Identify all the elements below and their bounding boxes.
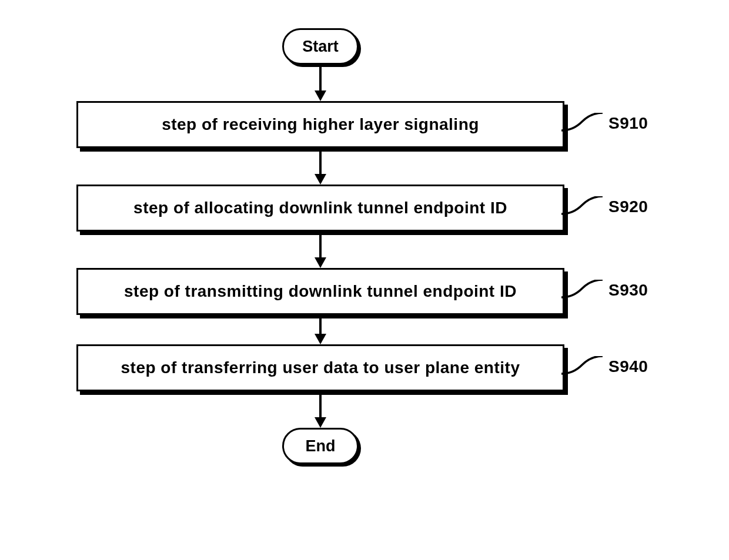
svg-marker-5	[315, 257, 326, 268]
process-s930: step of transmitting downlink tunnel end…	[76, 268, 564, 315]
svg-marker-7	[315, 334, 326, 344]
label-connector-s940: S940	[564, 344, 653, 391]
svg-marker-1	[315, 90, 326, 101]
process-text: step of transferring user data to user p…	[121, 358, 520, 377]
process-s910: step of receiving higher layer signaling	[76, 101, 564, 148]
arrow-s910-to-s920	[76, 148, 564, 185]
arrow-s940-to-end	[76, 391, 564, 428]
process-text: step of transmitting downlink tunnel end…	[124, 282, 517, 301]
arrow-start-to-s910	[76, 65, 564, 101]
svg-marker-9	[315, 417, 326, 428]
label-connector-s920: S920	[564, 185, 653, 232]
label-connector-s930: S930	[564, 268, 653, 315]
end-terminal: End	[282, 428, 359, 464]
step-label: S940	[608, 357, 648, 376]
process-s920: step of allocating downlink tunnel endpo…	[76, 185, 564, 232]
process-text: step of allocating downlink tunnel endpo…	[133, 199, 507, 217]
process-s940: step of transferring user data to user p…	[76, 344, 564, 391]
process-text: step of receiving higher layer signaling	[162, 115, 479, 134]
label-connector-s910: S910	[564, 101, 653, 148]
step-label: S930	[608, 281, 648, 300]
step-label: S910	[608, 114, 648, 133]
end-label: End	[306, 437, 336, 455]
start-terminal: Start	[282, 28, 359, 65]
step-label: S920	[608, 197, 648, 216]
arrow-s920-to-s930	[76, 232, 564, 268]
flowchart: Start step of receiving higher layer sig…	[76, 28, 653, 464]
arrow-s930-to-s940	[76, 315, 564, 344]
svg-marker-3	[315, 174, 326, 185]
start-label: Start	[302, 38, 339, 56]
